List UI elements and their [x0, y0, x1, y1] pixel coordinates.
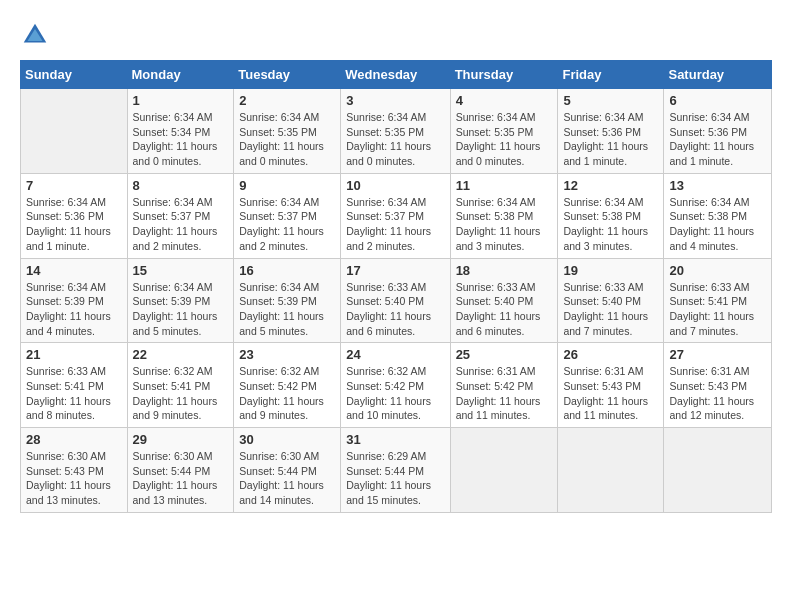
calendar-cell: 19Sunrise: 6:33 AM Sunset: 5:40 PM Dayli…: [558, 258, 664, 343]
day-number: 29: [133, 432, 229, 447]
day-detail: Sunrise: 6:34 AM Sunset: 5:35 PM Dayligh…: [346, 110, 444, 169]
calendar-week-1: 1Sunrise: 6:34 AM Sunset: 5:34 PM Daylig…: [21, 89, 772, 174]
calendar-cell: 23Sunrise: 6:32 AM Sunset: 5:42 PM Dayli…: [234, 343, 341, 428]
calendar-cell: 24Sunrise: 6:32 AM Sunset: 5:42 PM Dayli…: [341, 343, 450, 428]
calendar-cell: [558, 428, 664, 513]
day-detail: Sunrise: 6:34 AM Sunset: 5:37 PM Dayligh…: [346, 195, 444, 254]
calendar-cell: 2Sunrise: 6:34 AM Sunset: 5:35 PM Daylig…: [234, 89, 341, 174]
day-detail: Sunrise: 6:34 AM Sunset: 5:35 PM Dayligh…: [239, 110, 335, 169]
day-detail: Sunrise: 6:34 AM Sunset: 5:38 PM Dayligh…: [563, 195, 658, 254]
logo: [20, 20, 54, 50]
day-detail: Sunrise: 6:34 AM Sunset: 5:36 PM Dayligh…: [563, 110, 658, 169]
day-number: 23: [239, 347, 335, 362]
day-number: 25: [456, 347, 553, 362]
calendar-cell: 18Sunrise: 6:33 AM Sunset: 5:40 PM Dayli…: [450, 258, 558, 343]
day-number: 17: [346, 263, 444, 278]
day-detail: Sunrise: 6:33 AM Sunset: 5:40 PM Dayligh…: [456, 280, 553, 339]
day-detail: Sunrise: 6:30 AM Sunset: 5:44 PM Dayligh…: [239, 449, 335, 508]
calendar-week-4: 21Sunrise: 6:33 AM Sunset: 5:41 PM Dayli…: [21, 343, 772, 428]
day-detail: Sunrise: 6:34 AM Sunset: 5:36 PM Dayligh…: [669, 110, 766, 169]
day-detail: Sunrise: 6:34 AM Sunset: 5:34 PM Dayligh…: [133, 110, 229, 169]
calendar-cell: [664, 428, 772, 513]
calendar-week-5: 28Sunrise: 6:30 AM Sunset: 5:43 PM Dayli…: [21, 428, 772, 513]
calendar-cell: 1Sunrise: 6:34 AM Sunset: 5:34 PM Daylig…: [127, 89, 234, 174]
day-detail: Sunrise: 6:34 AM Sunset: 5:37 PM Dayligh…: [133, 195, 229, 254]
day-number: 16: [239, 263, 335, 278]
day-detail: Sunrise: 6:29 AM Sunset: 5:44 PM Dayligh…: [346, 449, 444, 508]
day-detail: Sunrise: 6:30 AM Sunset: 5:43 PM Dayligh…: [26, 449, 122, 508]
header-friday: Friday: [558, 61, 664, 89]
calendar-cell: 25Sunrise: 6:31 AM Sunset: 5:42 PM Dayli…: [450, 343, 558, 428]
calendar-cell: 30Sunrise: 6:30 AM Sunset: 5:44 PM Dayli…: [234, 428, 341, 513]
day-number: 6: [669, 93, 766, 108]
day-detail: Sunrise: 6:34 AM Sunset: 5:35 PM Dayligh…: [456, 110, 553, 169]
day-number: 13: [669, 178, 766, 193]
day-number: 27: [669, 347, 766, 362]
calendar-cell: 20Sunrise: 6:33 AM Sunset: 5:41 PM Dayli…: [664, 258, 772, 343]
calendar-cell: 3Sunrise: 6:34 AM Sunset: 5:35 PM Daylig…: [341, 89, 450, 174]
day-number: 20: [669, 263, 766, 278]
day-detail: Sunrise: 6:30 AM Sunset: 5:44 PM Dayligh…: [133, 449, 229, 508]
day-number: 4: [456, 93, 553, 108]
calendar-table: SundayMondayTuesdayWednesdayThursdayFrid…: [20, 60, 772, 513]
day-detail: Sunrise: 6:33 AM Sunset: 5:41 PM Dayligh…: [26, 364, 122, 423]
calendar-cell: 22Sunrise: 6:32 AM Sunset: 5:41 PM Dayli…: [127, 343, 234, 428]
header-wednesday: Wednesday: [341, 61, 450, 89]
calendar-cell: 15Sunrise: 6:34 AM Sunset: 5:39 PM Dayli…: [127, 258, 234, 343]
day-detail: Sunrise: 6:34 AM Sunset: 5:38 PM Dayligh…: [669, 195, 766, 254]
calendar-week-3: 14Sunrise: 6:34 AM Sunset: 5:39 PM Dayli…: [21, 258, 772, 343]
day-number: 26: [563, 347, 658, 362]
page-header: [20, 20, 772, 50]
day-number: 3: [346, 93, 444, 108]
calendar-cell: 27Sunrise: 6:31 AM Sunset: 5:43 PM Dayli…: [664, 343, 772, 428]
calendar-cell: 9Sunrise: 6:34 AM Sunset: 5:37 PM Daylig…: [234, 173, 341, 258]
calendar-cell: 13Sunrise: 6:34 AM Sunset: 5:38 PM Dayli…: [664, 173, 772, 258]
day-number: 21: [26, 347, 122, 362]
day-detail: Sunrise: 6:31 AM Sunset: 5:42 PM Dayligh…: [456, 364, 553, 423]
day-number: 7: [26, 178, 122, 193]
day-detail: Sunrise: 6:34 AM Sunset: 5:39 PM Dayligh…: [133, 280, 229, 339]
calendar-cell: 12Sunrise: 6:34 AM Sunset: 5:38 PM Dayli…: [558, 173, 664, 258]
day-number: 1: [133, 93, 229, 108]
calendar-cell: 11Sunrise: 6:34 AM Sunset: 5:38 PM Dayli…: [450, 173, 558, 258]
logo-icon: [20, 20, 50, 50]
day-number: 14: [26, 263, 122, 278]
day-detail: Sunrise: 6:32 AM Sunset: 5:41 PM Dayligh…: [133, 364, 229, 423]
day-number: 5: [563, 93, 658, 108]
calendar-header-row: SundayMondayTuesdayWednesdayThursdayFrid…: [21, 61, 772, 89]
header-saturday: Saturday: [664, 61, 772, 89]
day-number: 31: [346, 432, 444, 447]
day-number: 11: [456, 178, 553, 193]
calendar-cell: 8Sunrise: 6:34 AM Sunset: 5:37 PM Daylig…: [127, 173, 234, 258]
day-number: 19: [563, 263, 658, 278]
calendar-cell: 17Sunrise: 6:33 AM Sunset: 5:40 PM Dayli…: [341, 258, 450, 343]
day-detail: Sunrise: 6:34 AM Sunset: 5:37 PM Dayligh…: [239, 195, 335, 254]
day-detail: Sunrise: 6:33 AM Sunset: 5:40 PM Dayligh…: [563, 280, 658, 339]
day-detail: Sunrise: 6:32 AM Sunset: 5:42 PM Dayligh…: [346, 364, 444, 423]
calendar-week-2: 7Sunrise: 6:34 AM Sunset: 5:36 PM Daylig…: [21, 173, 772, 258]
header-tuesday: Tuesday: [234, 61, 341, 89]
header-monday: Monday: [127, 61, 234, 89]
day-detail: Sunrise: 6:33 AM Sunset: 5:41 PM Dayligh…: [669, 280, 766, 339]
day-number: 28: [26, 432, 122, 447]
day-number: 10: [346, 178, 444, 193]
day-detail: Sunrise: 6:31 AM Sunset: 5:43 PM Dayligh…: [563, 364, 658, 423]
calendar-cell: 16Sunrise: 6:34 AM Sunset: 5:39 PM Dayli…: [234, 258, 341, 343]
day-number: 2: [239, 93, 335, 108]
day-number: 15: [133, 263, 229, 278]
calendar-cell: 5Sunrise: 6:34 AM Sunset: 5:36 PM Daylig…: [558, 89, 664, 174]
header-thursday: Thursday: [450, 61, 558, 89]
calendar-cell: 26Sunrise: 6:31 AM Sunset: 5:43 PM Dayli…: [558, 343, 664, 428]
calendar-cell: 29Sunrise: 6:30 AM Sunset: 5:44 PM Dayli…: [127, 428, 234, 513]
day-detail: Sunrise: 6:34 AM Sunset: 5:39 PM Dayligh…: [239, 280, 335, 339]
calendar-cell: [450, 428, 558, 513]
day-number: 9: [239, 178, 335, 193]
calendar-cell: 21Sunrise: 6:33 AM Sunset: 5:41 PM Dayli…: [21, 343, 128, 428]
day-number: 12: [563, 178, 658, 193]
day-number: 24: [346, 347, 444, 362]
day-number: 18: [456, 263, 553, 278]
day-detail: Sunrise: 6:34 AM Sunset: 5:38 PM Dayligh…: [456, 195, 553, 254]
day-number: 30: [239, 432, 335, 447]
day-detail: Sunrise: 6:34 AM Sunset: 5:39 PM Dayligh…: [26, 280, 122, 339]
calendar-cell: 14Sunrise: 6:34 AM Sunset: 5:39 PM Dayli…: [21, 258, 128, 343]
